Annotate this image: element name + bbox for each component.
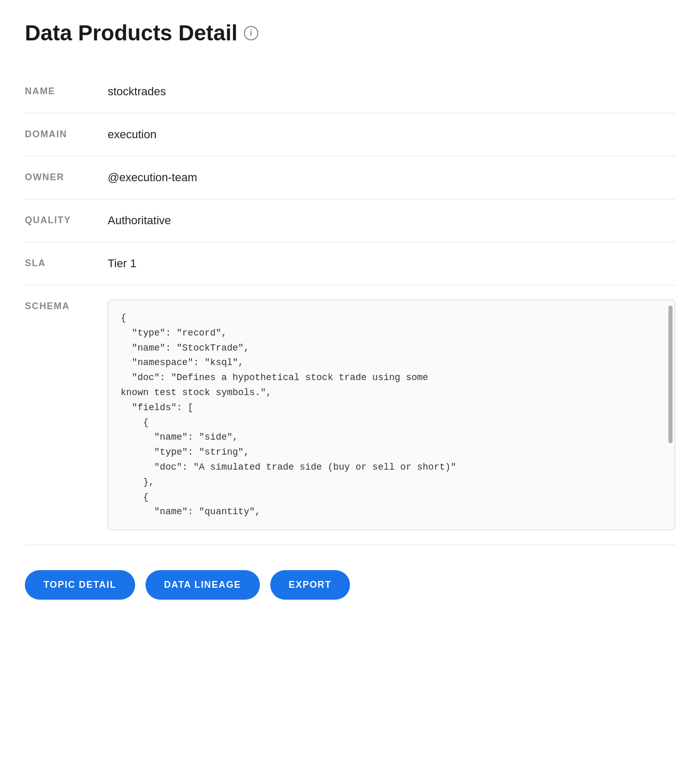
quality-label: QUALITY xyxy=(25,214,108,226)
detail-section: NAME stocktrades DOMAIN execution OWNER … xyxy=(25,70,675,545)
schema-label: SCHEMA xyxy=(25,300,108,312)
owner-row: OWNER @execution-team xyxy=(25,156,675,199)
action-buttons: TOPIC DETAIL DATA LINEAGE EXPORT xyxy=(25,570,675,600)
owner-value: @execution-team xyxy=(108,171,675,184)
owner-label: OWNER xyxy=(25,171,108,183)
sla-row: SLA Tier 1 xyxy=(25,242,675,285)
domain-label: DOMAIN xyxy=(25,128,108,140)
schema-value: { "type": "record", "name": "StockTrade"… xyxy=(121,311,662,519)
domain-value: execution xyxy=(108,128,675,141)
page-container: Data Products Detail i NAME stocktrades … xyxy=(25,21,675,600)
data-lineage-button[interactable]: DATA LINEAGE xyxy=(145,570,260,600)
page-header: Data Products Detail i xyxy=(25,21,675,46)
quality-value: Authoritative xyxy=(108,214,675,227)
name-value: stocktrades xyxy=(108,85,675,98)
info-icon[interactable]: i xyxy=(244,26,258,40)
quality-row: QUALITY Authoritative xyxy=(25,199,675,242)
name-row: NAME stocktrades xyxy=(25,70,675,113)
schema-row: SCHEMA { "type": "record", "name": "Stoc… xyxy=(25,285,675,545)
sla-value: Tier 1 xyxy=(108,257,675,270)
sla-label: SLA xyxy=(25,257,108,269)
export-button[interactable]: EXPORT xyxy=(270,570,351,600)
schema-container[interactable]: { "type": "record", "name": "StockTrade"… xyxy=(108,300,675,530)
schema-scrollbar[interactable] xyxy=(668,306,673,443)
topic-detail-button[interactable]: TOPIC DETAIL xyxy=(25,570,135,600)
page-title: Data Products Detail xyxy=(25,21,238,46)
domain-row: DOMAIN execution xyxy=(25,113,675,156)
name-label: NAME xyxy=(25,85,108,97)
